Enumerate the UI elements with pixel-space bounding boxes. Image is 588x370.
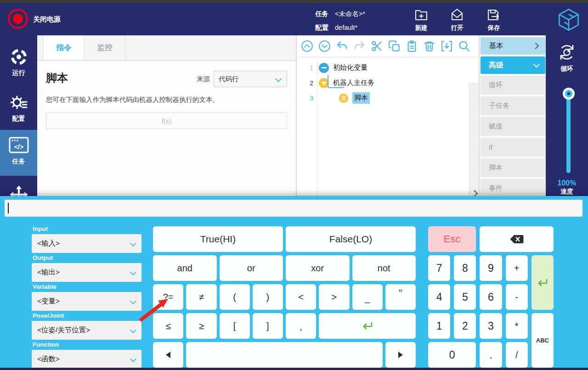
tree-toolbar [297,35,479,57]
key-space[interactable] [186,342,383,368]
key-left-bracket[interactable]: [ [220,313,250,339]
source-select[interactable]: 代码行 [214,71,287,87]
key-xor[interactable]: xor [286,255,350,281]
key-or[interactable]: or [220,255,283,281]
key-9[interactable]: 9 [480,255,502,281]
save-task-button[interactable]: 保存 [479,8,509,32]
palette-group-advanced[interactable]: 高级 [481,56,545,74]
redo-button[interactable] [353,40,366,52]
key-false-lo[interactable]: False(LO) [286,226,416,252]
speed-slider-track[interactable] [566,94,571,173]
palette-item-script[interactable]: 脚本 [481,158,545,177]
pose-joint-field-label: Pose/Joint [33,312,141,320]
key-question-equals[interactable]: ?= [153,284,183,310]
tree-row-script[interactable]: 3 脚本 [297,91,479,105]
key-cursor-right[interactable] [385,342,416,368]
key-enter[interactable] [319,313,416,339]
tab-command[interactable]: 指令 [43,35,85,60]
key-right-bracket[interactable]: ] [253,313,283,339]
output-field-label: Output [33,254,141,262]
open-task-button[interactable]: 打开 [442,8,472,32]
power-label: 关闭电源 [33,15,61,24]
key-true-hi[interactable]: True(HI) [153,226,283,252]
undo-button[interactable] [336,40,348,52]
search-button[interactable] [458,40,470,52]
key-0[interactable]: 0 [428,342,476,368]
move-up-button[interactable] [301,40,313,52]
tree-row-init-vars[interactable]: 1 初始化变量 [297,61,479,74]
palette-item-if[interactable]: If [481,138,545,157]
key-not-equal[interactable]: ≠ [186,284,216,310]
key-numpad-enter[interactable] [531,255,554,310]
key-quote[interactable]: " [385,284,416,310]
key-5[interactable]: 5 [454,284,476,310]
key-plus[interactable]: + [506,255,528,281]
key-6[interactable]: 6 [480,284,502,310]
palette-group-basic[interactable]: 基本 [481,37,545,55]
key-1[interactable]: 1 [428,313,450,339]
config-label: 配置 [315,24,328,31]
pose-joint-select[interactable]: <位姿/关节位置> [32,321,141,340]
key-minus[interactable]: - [506,284,528,310]
new-task-button[interactable]: 新建 [407,8,436,32]
key-slash[interactable]: / [506,342,528,368]
key-left-paren[interactable]: ( [220,284,250,310]
key-asterisk[interactable]: * [506,313,528,339]
input-select[interactable]: <输入> [32,234,141,253]
key-2[interactable]: 2 [454,313,476,339]
key-less-equal[interactable]: ≤ [153,313,183,339]
brand-logo-icon [557,8,581,32]
power-button[interactable] [8,9,28,29]
tree-connector [328,75,344,88]
tree-row-main-task[interactable]: 2 机器人主任务 [297,76,479,90]
variable-select[interactable]: <变量> [32,292,141,311]
key-escape[interactable]: Esc [428,226,476,252]
key-comma[interactable]: , [286,313,316,339]
move-down-button[interactable] [318,40,331,52]
key-abc-mode[interactable]: ABC [531,313,554,368]
key-dot[interactable]: . [480,342,502,368]
paste-button[interactable] [406,40,418,52]
chevron-down-icon [275,76,282,82]
speed-slider-thumb[interactable] [563,88,575,100]
tab-monitor[interactable]: 监控 [85,35,125,60]
key-3[interactable]: 3 [480,313,502,339]
key-4[interactable]: 4 [428,284,450,310]
key-not[interactable]: not [352,255,416,281]
output-select[interactable]: <输出> [32,263,141,282]
chevron-down-icon [130,269,136,275]
sidebar-item-run[interactable]: 运行 [0,41,37,87]
task-value: <未命名>* [335,10,365,17]
expression-input[interactable] [5,200,582,217]
key-right-paren[interactable]: ) [253,284,283,310]
gear-icon [9,93,29,113]
sidebar-item-task[interactable]: </> 任务 [0,130,37,176]
key-7[interactable]: 7 [428,255,450,281]
tree-scrollbar[interactable] [469,83,479,199]
copy-button[interactable] [388,40,401,52]
palette-item-event[interactable]: 事件 [481,179,545,198]
key-greater-equal[interactable]: ≥ [186,313,216,339]
task-label: 任务 [315,10,328,17]
function-select[interactable]: <函数> [32,350,141,369]
key-cursor-left[interactable] [153,342,183,368]
key-underscore[interactable]: _ [352,284,383,310]
palette-item-subtask[interactable]: 子任务 [481,96,545,115]
operand-dropdowns: Input <输入> Output <输出> Variable <变量> Pos… [32,225,141,370]
key-greater-than[interactable]: > [319,284,349,310]
palette-item-assign[interactable]: 赋值 [481,117,545,136]
init-variables-icon [319,63,329,73]
script-expression-input[interactable]: f(x) [46,112,287,129]
key-backspace[interactable] [480,226,554,252]
cut-button[interactable] [371,40,383,52]
sidebar-item-config[interactable]: 配置 [0,87,37,133]
bottom-strip [0,368,588,370]
palette-item-loop[interactable]: 循环 [481,76,545,95]
key-less-than[interactable]: < [286,284,316,310]
loop-toggle[interactable]: 循环 [546,35,588,73]
key-and[interactable]: and [153,255,217,281]
delete-button[interactable] [423,40,435,52]
key-8[interactable]: 8 [454,255,476,281]
chevron-down-icon [130,356,136,362]
insert-button[interactable] [441,40,453,52]
